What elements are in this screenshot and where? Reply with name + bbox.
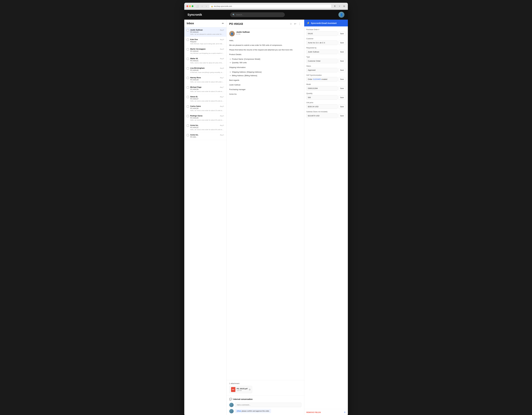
inbox-item-content: Simon B. Aug 7 PO #04137 Hello, we need … [190, 96, 224, 102]
share-button[interactable]: ⬆ [333, 4, 337, 8]
field-save-button[interactable]: Save [338, 77, 346, 81]
field-input[interactable] [306, 50, 338, 54]
inbox-subject: PO #04142 [190, 50, 224, 52]
field-input[interactable] [306, 68, 338, 72]
inbox-item-header: Justin Sullivan Aug 9 [190, 29, 224, 31]
add-field-button[interactable]: + [344, 411, 346, 414]
inbox-preview: Hello, we need a new order for about 10 … [190, 91, 224, 92]
field-input[interactable] [306, 59, 338, 63]
attachment-name: PO_04143.pdf [237, 388, 247, 390]
assistant-header: ⚡ Syncronik Email Assistant [304, 20, 348, 27]
inbox-checkbox[interactable] [187, 67, 189, 69]
inbox-checkbox[interactable] [187, 134, 189, 136]
inbox-checkbox[interactable] [187, 48, 189, 50]
field-save-button[interactable]: Save [338, 68, 346, 72]
field-input[interactable] [306, 86, 338, 91]
inbox-date: Aug 9 [220, 39, 224, 40]
shipping-list: Shipping Address: [Shipping Address]Bill… [232, 71, 301, 77]
inbox-checkbox[interactable] [187, 115, 189, 117]
field-save-button[interactable]: Save [338, 32, 346, 36]
field-input[interactable] [306, 113, 338, 118]
assistant-field-group: Subtotal (Taxes not included)Save [306, 111, 346, 118]
field-row: Save [306, 59, 346, 63]
inbox-item[interactable]: Lisa Birmingham Aug 8 PO #04140 Hi Micha… [184, 66, 226, 75]
maximize-button[interactable] [192, 5, 193, 7]
inbox-item-content: Acme Inc. Aug 5 PO #04132 Hello, we need… [190, 124, 224, 130]
sidebar-toggle-button[interactable]: ⬜ [195, 5, 200, 8]
inbox-checkbox[interactable] [187, 77, 189, 79]
close-button[interactable] [186, 5, 188, 7]
inbox-checkbox[interactable] [187, 29, 189, 31]
assistant-lightning-icon: ⚡ [307, 21, 310, 25]
tabs-button[interactable]: ⧉ [342, 4, 346, 8]
reply-button[interactable]: ↩ [294, 22, 297, 26]
field-input[interactable] [306, 104, 338, 109]
inbox-checkbox[interactable] [187, 39, 189, 41]
inbox-item-content: Harvey Ross Aug 7 PO #04139 Hello, we ne… [190, 76, 224, 83]
inbox-item[interactable]: Simon B. Aug 7 PO #04137 Hello, we need … [184, 94, 226, 104]
email-panel: PO #04143 ☆ ↩ ⋮ 👤 Justin Sullivan to me … [227, 20, 304, 415]
inbox-checkbox[interactable] [187, 105, 189, 108]
inbox-compose-button[interactable]: ✏ [222, 22, 224, 25]
sap-order-number: 31203405 [313, 78, 321, 80]
inbox-item[interactable]: Acme Inc. Aug 3 PO #04... [184, 132, 226, 140]
inbox-preview: Hello, we need a new order for about 40 … [190, 100, 224, 102]
field-save-button[interactable]: Save [338, 95, 346, 100]
inbox-sender: Lisa Birmingham [190, 67, 205, 69]
attachment-size: 230 KB [237, 390, 247, 391]
sap-order-suffix: created [321, 78, 327, 80]
search-input[interactable] [236, 14, 282, 16]
inbox-item[interactable]: Harvey Ross Aug 7 PO #04139 Hello, we ne… [184, 75, 226, 85]
user-avatar[interactable]: 👤 [338, 12, 344, 18]
inbox-item[interactable]: Martin Verstappen Aug 8 PO #04142 Hey Mi… [184, 46, 226, 56]
forward-button[interactable]: › [205, 4, 208, 8]
product-details-label: Product Details: [229, 53, 301, 56]
inbox-item[interactable]: Justin Sullivan Aug 9 PO #04143 Hello, w… [184, 27, 226, 37]
field-save-button[interactable]: Save [338, 41, 346, 45]
star-button[interactable]: ☆ [289, 22, 293, 26]
inbox-item[interactable]: Acme Inc. Aug 5 PO #04132 Hello, we need… [184, 123, 226, 132]
inbox-item-header: Lisa Birmingham Aug 8 [190, 67, 224, 69]
field-input[interactable] [306, 31, 338, 36]
field-input[interactable] [306, 40, 338, 45]
field-input[interactable] [306, 95, 338, 100]
new-tab-button[interactable]: ＋ [338, 4, 342, 8]
inbox-item[interactable]: Michael Page Aug 7 PO #04138 Hello, we n… [184, 85, 226, 94]
url-text: doc2erp.syncronik.com [214, 5, 232, 7]
back-button[interactable]: ‹ [201, 4, 203, 8]
inbox-item-content: Walter W. Aug 8 PO #04141 Hello, need a … [190, 57, 224, 64]
remove-fields-button[interactable]: REMOVE FIELDS [306, 411, 321, 413]
field-save-button[interactable]: Save [338, 59, 346, 63]
inbox-item[interactable]: Kate Doe Aug 9 Request Hello Michael, ho… [184, 37, 226, 46]
inbox-subject: PO #04138 [190, 88, 224, 90]
comment-input[interactable] [235, 403, 301, 407]
comment-content: @Dan please confirm and approve this ord… [235, 409, 271, 413]
assistant-field-group: Requested bySave [306, 47, 346, 54]
inbox-checkbox[interactable] [187, 86, 189, 89]
attachment-count: 1 attachment [229, 382, 301, 385]
search-bar[interactable]: 🔍 [230, 12, 285, 17]
conversation-icon: 💬 [229, 398, 232, 401]
inbox-checkbox[interactable] [187, 58, 189, 60]
attachment-item[interactable]: PDF PO_04143.pdf 230 KB ⧉ [229, 386, 252, 393]
field-save-button[interactable]: Save [338, 114, 346, 118]
inbox-checkbox[interactable] [187, 96, 189, 98]
more-button[interactable]: ⋮ [298, 22, 301, 26]
inbox-sender: Walter W. [190, 57, 198, 59]
inbox-item[interactable]: Walter W. Aug 8 PO #04141 Hello, need a … [184, 56, 226, 66]
attachment-copy-button[interactable]: ⧉ [249, 388, 250, 391]
inbox-item[interactable]: Rodrigo Garza Aug 5 PO #04135 Hello, we … [184, 113, 226, 123]
field-row: Save [306, 95, 346, 100]
minimize-button[interactable] [189, 5, 191, 7]
field-save-button[interactable]: Save [338, 105, 346, 109]
inbox-checkbox[interactable] [187, 124, 189, 127]
inbox-preview: Hello, we need a new order for about 100… [190, 81, 224, 83]
signature-name: Justin Sullivan [229, 83, 301, 86]
inbox-date: Aug 8 [220, 48, 224, 50]
inbox-item[interactable]: Carlos Sainz Aug 5 PO #04136 Hello, we n… [184, 104, 226, 113]
assistant-body: Purchase Order #SaveCustomerSaveRequeste… [304, 27, 348, 409]
inbox-date: Aug 5 [220, 105, 224, 107]
field-save-button[interactable]: Save [338, 86, 346, 90]
field-save-button[interactable]: Save [338, 50, 346, 54]
inbox-preview: Hey Michael, just dropping you a quick e… [190, 52, 224, 54]
